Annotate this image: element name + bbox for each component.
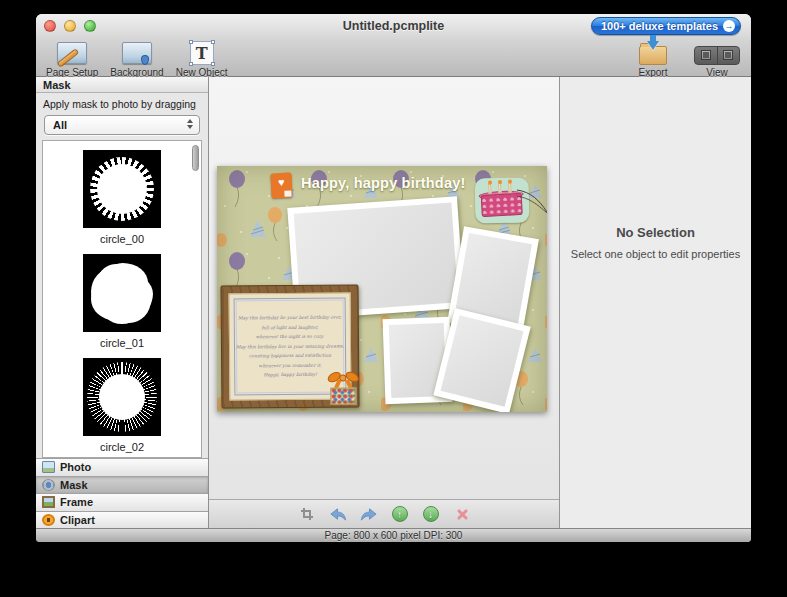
view-icon bbox=[694, 46, 740, 65]
crop-icon bbox=[301, 508, 313, 520]
delete-button[interactable] bbox=[453, 505, 471, 523]
undo-button[interactable] bbox=[329, 505, 347, 523]
view-segmented-control[interactable]: View bbox=[691, 40, 743, 78]
photo-icon bbox=[42, 461, 55, 473]
page-setup-icon bbox=[57, 42, 87, 64]
gift-box-clipart bbox=[326, 366, 360, 406]
collage-page[interactable]: ♥ Happy, happy birthday! bbox=[217, 166, 547, 412]
deluxe-templates-button[interactable]: 100+ deluxe templates → bbox=[591, 17, 741, 35]
redo-icon bbox=[360, 507, 378, 522]
mask-thumbnail-gear-circle bbox=[83, 150, 161, 228]
mask-icon bbox=[42, 479, 55, 491]
move-down-button[interactable]: ↓ bbox=[422, 505, 440, 523]
letter-card-clipart[interactable]: May this birthday be your best birthday … bbox=[220, 284, 359, 408]
status-bar: Page: 800 x 600 pixel DPI: 300 bbox=[36, 528, 751, 542]
new-object-icon: T bbox=[190, 41, 214, 65]
background-button[interactable]: Background bbox=[110, 40, 163, 78]
frame-icon bbox=[42, 496, 55, 508]
mask-name: circle_02 bbox=[100, 441, 144, 453]
heart-icon: ♥ bbox=[271, 175, 293, 188]
mask-sidebar: Mask Apply mask to photo by dragging All… bbox=[36, 77, 209, 528]
no-selection-subtitle: Select one object to edit properties bbox=[560, 248, 751, 260]
canvas-toolbar: ↑ ↓ bbox=[209, 499, 559, 528]
resource-tabs: Photo Mask Frame Clipart bbox=[36, 458, 208, 528]
heart-card-clipart[interactable]: ♥ bbox=[270, 172, 292, 198]
mask-category-dropdown[interactable]: All bbox=[44, 115, 200, 135]
delete-x-icon bbox=[455, 508, 468, 521]
mask-thumbnail-ray-circle bbox=[83, 358, 161, 436]
mask-item-circle-01[interactable]: circle_01 bbox=[43, 245, 201, 349]
desktop-background: Untitled.pcmplite 100+ deluxe templates … bbox=[0, 0, 787, 597]
canvas-area[interactable]: ♥ Happy, happy birthday! bbox=[209, 77, 560, 528]
banner-text[interactable]: Happy, happy birthday! bbox=[301, 175, 465, 191]
arrow-right-icon: → bbox=[723, 20, 735, 32]
no-selection-title: No Selection bbox=[560, 225, 751, 240]
export-button[interactable]: Export bbox=[627, 40, 679, 78]
clipart-icon bbox=[42, 514, 55, 526]
mask-item-circle-02[interactable]: circle_02 bbox=[43, 349, 201, 453]
deluxe-templates-label: 100+ deluxe templates bbox=[601, 20, 718, 32]
page-setup-button[interactable]: Page Setup bbox=[46, 40, 98, 78]
crop-button[interactable] bbox=[298, 505, 316, 523]
arrow-down-icon: ↓ bbox=[423, 506, 439, 522]
tab-photo[interactable]: Photo bbox=[36, 458, 208, 476]
new-object-button[interactable]: T New Object bbox=[176, 40, 228, 78]
stepper-arrows-icon bbox=[187, 119, 193, 129]
mask-list-scrollbar[interactable] bbox=[192, 145, 199, 171]
tab-frame[interactable]: Frame bbox=[36, 493, 208, 511]
move-up-button[interactable]: ↑ bbox=[391, 505, 409, 523]
toolbar-left-group: Page Setup Background T New Object bbox=[46, 40, 228, 78]
sidebar-header: Mask bbox=[36, 77, 208, 93]
undo-icon bbox=[329, 507, 347, 522]
title-bar[interactable]: Untitled.pcmplite 100+ deluxe templates … bbox=[36, 14, 751, 38]
main-toolbar: Page Setup Background T New Object bbox=[36, 38, 751, 77]
cake-string-lines bbox=[517, 188, 547, 214]
properties-panel: No Selection Select one object to edit p… bbox=[560, 77, 751, 528]
background-icon bbox=[122, 42, 152, 64]
toolbar-right-group: Export View bbox=[627, 40, 743, 78]
redo-button[interactable] bbox=[360, 505, 378, 523]
sidebar-hint: Apply mask to photo by dragging bbox=[36, 93, 208, 113]
mask-list[interactable]: circle_00 circle_01 circle_02 bbox=[42, 140, 202, 458]
mask-item-circle-00[interactable]: circle_00 bbox=[43, 141, 201, 245]
tab-mask[interactable]: Mask bbox=[36, 476, 208, 494]
mask-category-value: All bbox=[45, 116, 199, 134]
app-window: Untitled.pcmplite 100+ deluxe templates … bbox=[36, 14, 751, 542]
mask-name: circle_00 bbox=[100, 233, 144, 245]
export-folder-icon bbox=[639, 46, 667, 65]
arrow-up-icon: ↑ bbox=[392, 506, 408, 522]
tab-clipart[interactable]: Clipart bbox=[36, 511, 208, 529]
content-area: Mask Apply mask to photo by dragging All… bbox=[36, 77, 751, 528]
mask-thumbnail-rough-circle bbox=[83, 254, 161, 332]
mask-name: circle_01 bbox=[100, 337, 144, 349]
